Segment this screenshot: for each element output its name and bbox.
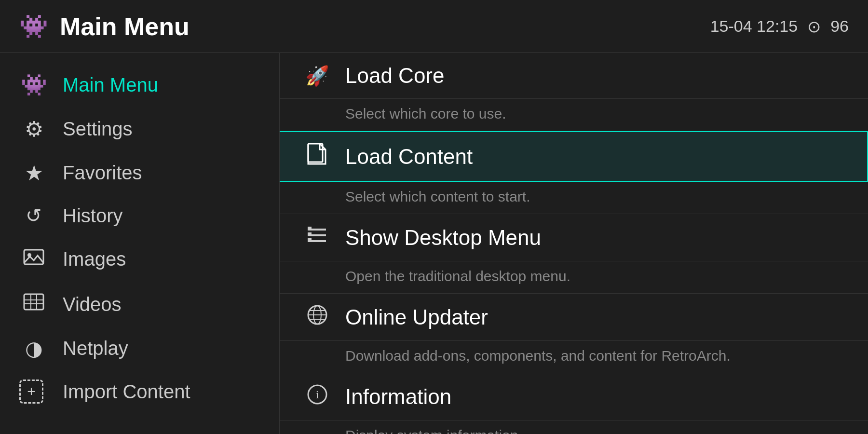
online-updater-label: Online Updater xyxy=(345,305,488,329)
clock-icon: ⊙ xyxy=(807,17,821,36)
sidebar-label-main-menu: Main Menu xyxy=(63,74,158,96)
images-icon xyxy=(19,246,48,272)
sidebar-label-images: Images xyxy=(63,248,126,270)
settings-icon: ⚙ xyxy=(19,117,48,141)
app-logo-icon: 👾 xyxy=(19,13,48,40)
battery-indicator: 96 xyxy=(830,17,849,36)
information-icon: i xyxy=(304,384,331,409)
sidebar-item-main-menu[interactable]: 👾 Main Menu xyxy=(0,63,279,107)
sidebar-item-history[interactable]: ↺ History xyxy=(0,195,279,236)
sidebar-label-import-content: Import Content xyxy=(63,381,190,403)
load-content-icon xyxy=(304,143,331,170)
sidebar-item-images[interactable]: Images xyxy=(0,236,279,282)
menu-item-show-desktop-menu[interactable]: Show Desktop Menu xyxy=(280,214,868,261)
online-updater-icon xyxy=(304,304,331,330)
svg-rect-2 xyxy=(24,294,43,310)
favorites-icon: ★ xyxy=(19,161,48,185)
desktop-menu-label: Show Desktop Menu xyxy=(345,226,541,250)
sidebar-item-netplay[interactable]: ◑ Netplay xyxy=(0,327,279,370)
sidebar-item-import-content[interactable]: + Import Content xyxy=(0,370,279,413)
load-content-label: Load Content xyxy=(345,145,473,169)
information-label: Information xyxy=(345,385,451,409)
header: 👾 Main Menu 15-04 12:15 ⊙ 96 xyxy=(0,0,868,53)
sidebar-label-videos: Videos xyxy=(63,294,122,315)
netplay-icon: ◑ xyxy=(19,337,48,360)
svg-rect-11 xyxy=(308,227,312,231)
sidebar-label-history: History xyxy=(63,205,122,227)
svg-rect-12 xyxy=(308,232,312,236)
svg-rect-13 xyxy=(308,238,312,242)
header-left: 👾 Main Menu xyxy=(19,12,190,41)
body-layout: 👾 Main Menu ⚙ Settings ★ Favorites ↺ His… xyxy=(0,53,868,434)
sidebar-label-settings: Settings xyxy=(63,118,133,140)
import-plus-icon: + xyxy=(19,380,43,404)
load-core-description: Select which core to use. xyxy=(280,99,868,131)
main-menu-icon: 👾 xyxy=(19,72,48,97)
menu-item-online-updater[interactable]: Online Updater xyxy=(280,294,868,341)
main-content: 🚀 Load Core Select which core to use. Lo… xyxy=(280,53,868,434)
information-description: Display system information. xyxy=(280,420,868,434)
load-content-description: Select which content to start. xyxy=(280,182,868,214)
svg-text:i: i xyxy=(316,388,319,401)
datetime-display: 15-04 12:15 xyxy=(710,17,798,36)
desktop-menu-icon xyxy=(304,225,331,250)
header-right: 15-04 12:15 ⊙ 96 xyxy=(710,17,849,36)
load-core-label: Load Core xyxy=(345,64,444,88)
menu-item-information[interactable]: i Information xyxy=(280,373,868,420)
sidebar-item-videos[interactable]: Videos xyxy=(0,282,279,327)
svg-rect-0 xyxy=(24,250,43,264)
sidebar-label-netplay: Netplay xyxy=(63,338,128,359)
menu-item-load-content[interactable]: Load Content xyxy=(280,131,868,182)
sidebar: 👾 Main Menu ⚙ Settings ★ Favorites ↺ His… xyxy=(0,53,280,434)
app-title: Main Menu xyxy=(60,12,190,41)
menu-item-load-core[interactable]: 🚀 Load Core xyxy=(280,53,868,99)
sidebar-item-settings[interactable]: ⚙ Settings xyxy=(0,107,279,151)
sidebar-item-favorites[interactable]: ★ Favorites xyxy=(0,151,279,195)
import-content-icon: + xyxy=(19,380,48,404)
online-updater-description: Download add-ons, components, and conten… xyxy=(280,341,868,373)
history-icon: ↺ xyxy=(19,204,48,227)
desktop-menu-description: Open the traditional desktop menu. xyxy=(280,261,868,294)
load-core-icon: 🚀 xyxy=(304,65,331,87)
videos-icon xyxy=(19,291,48,317)
sidebar-label-favorites: Favorites xyxy=(63,162,142,184)
